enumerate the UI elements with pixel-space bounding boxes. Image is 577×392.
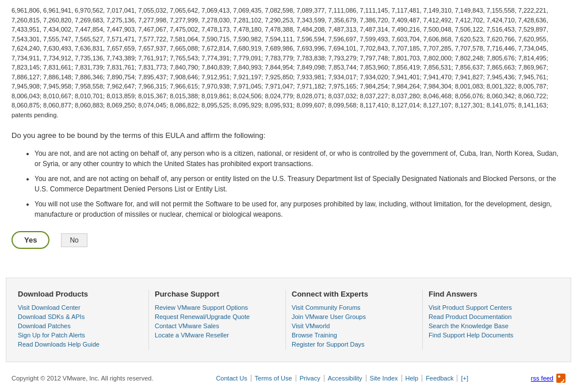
footer-link-product-documentation[interactable]: Read Product Documentation [429, 313, 553, 320]
footer-link-browse-training[interactable]: Browse Training [292, 332, 416, 339]
footer-link-download-sdks[interactable]: Download SDKs & APIs [18, 313, 143, 320]
footer-link-terms-of-use[interactable]: Terms of Use [251, 375, 296, 382]
footer-link-locate-reseller[interactable]: Locate a VMware Reseller [155, 332, 280, 339]
footer-link-download-patches[interactable]: Download Patches [18, 322, 143, 329]
bullet-item-2: You are not, and are not acting on behal… [35, 174, 565, 194]
footer-link-product-support-centers[interactable]: Visit Product Support Centers [429, 304, 553, 311]
bottom-bar: Copyright © 2012 VMware, Inc. All rights… [0, 368, 577, 389]
footer-link-review-support-options[interactable]: Review VMware Support Options [155, 304, 280, 311]
footer-link-community-forums[interactable]: Visit Community Forums [292, 304, 416, 311]
footer-col-title-2: Purchase Support [155, 290, 280, 298]
bottom-bar-links: Contact Us Terms of Use Privacy Accessib… [212, 375, 472, 382]
footer-link-plus[interactable]: [+] [457, 375, 472, 382]
eula-question: Do you agree to be bound by the terms of… [12, 131, 565, 140]
footer-link-sign-up-patch-alerts[interactable]: Sign Up for Patch Alerts [18, 332, 143, 339]
no-button[interactable]: No [61, 233, 87, 247]
yes-button[interactable]: Yes [12, 231, 49, 249]
footer-container: Download Products Visit Download Center … [6, 278, 571, 362]
footer-col-purchase-support: Purchase Support Review VMware Support O… [149, 290, 286, 350]
footer-col-title-3: Connect with Experts [292, 290, 416, 298]
footer-link-support-help-docs[interactable]: Find Support Help Documents [429, 332, 553, 339]
footer-link-visit-download-center[interactable]: Visit Download Center [18, 304, 143, 311]
bullet-item-1: You are not, and are not acting on behal… [35, 148, 565, 169]
footer-link-feedback[interactable]: Feedback [422, 375, 457, 382]
button-row: Yes No [12, 231, 565, 249]
patent-text: 6,961,806, 6,961,941, 6,970,562, 7,017,0… [12, 6, 565, 120]
footer-link-renewal-upgrade[interactable]: Request Renewal/Upgrade Quote [155, 313, 280, 320]
copyright-text: Copyright © 2012 VMware, Inc. All rights… [12, 375, 154, 382]
footer-col-title-1: Download Products [18, 290, 143, 298]
bullet-list: You are not, and are not acting on behal… [35, 148, 565, 220]
rss-section: rss feed [531, 374, 565, 383]
footer-link-privacy[interactable]: Privacy [296, 375, 324, 382]
bullet-item-3: You will not use the Software for, and w… [35, 199, 565, 220]
rss-icon [556, 374, 565, 383]
footer-col-download-products: Download Products Visit Download Center … [18, 290, 149, 350]
footer-link-site-index[interactable]: Site Index [366, 375, 402, 382]
footer-col-find-answers: Find Answers Visit Product Support Cente… [423, 290, 559, 350]
footer-link-read-downloads-help[interactable]: Read Downloads Help Guide [18, 341, 143, 348]
rss-feed-link[interactable]: rss feed [531, 375, 553, 382]
footer-link-accessibility[interactable]: Accessibility [324, 375, 366, 382]
footer-link-contact-us[interactable]: Contact Us [212, 375, 251, 382]
main-content: 6,961,806, 6,961,941, 6,970,562, 7,017,0… [0, 0, 577, 278]
footer-columns: Download Products Visit Download Center … [18, 290, 559, 350]
footer-link-user-groups[interactable]: Join VMware User Groups [292, 313, 416, 320]
footer-col-connect-experts: Connect with Experts Visit Community For… [286, 290, 423, 350]
footer-link-register-support-days[interactable]: Register for Support Days [292, 341, 416, 348]
footer-link-vmworld[interactable]: Visit VMworld [292, 322, 416, 329]
footer-link-help[interactable]: Help [402, 375, 423, 382]
footer-col-title-4: Find Answers [429, 290, 553, 298]
footer-link-knowledge-base[interactable]: Search the Knowledge Base [429, 322, 553, 329]
footer-link-contact-sales[interactable]: Contact VMware Sales [155, 322, 280, 329]
